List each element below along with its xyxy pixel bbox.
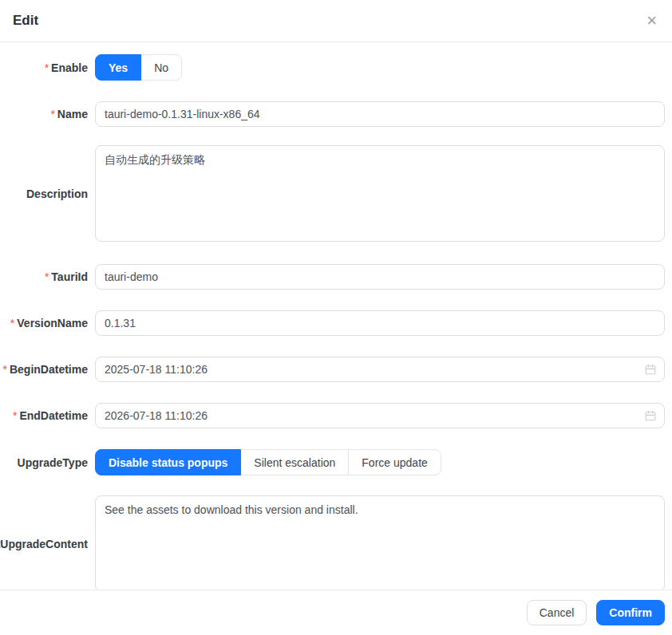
calendar-icon xyxy=(645,364,656,375)
version-name-label: * VersionName xyxy=(0,317,88,329)
form-row-tauri-id: * TauriId xyxy=(0,264,665,290)
upgrade-content-control: See the assets to download this version … xyxy=(95,495,665,590)
required-asterisk: * xyxy=(45,61,49,74)
form-row-upgrade-type: UpgradeType Disable status popups Silent… xyxy=(0,449,665,475)
description-label: Description xyxy=(0,187,88,200)
version-name-control xyxy=(95,310,665,336)
description-control: 自动生成的升级策略 xyxy=(95,145,665,242)
upgrade-content-textarea[interactable]: See the assets to download this version … xyxy=(95,495,665,590)
enable-control: Yes No xyxy=(95,54,665,81)
form-row-description: Description 自动生成的升级策略 xyxy=(0,145,665,242)
upgrade-type-option-silent-escalation[interactable]: Silent escalation xyxy=(240,449,349,475)
begin-datetime-label: * BeginDatetime xyxy=(0,363,88,376)
name-control xyxy=(95,101,665,127)
enable-option-yes[interactable]: Yes xyxy=(95,54,141,81)
modal-header: Edit × xyxy=(0,0,672,42)
enable-option-no[interactable]: No xyxy=(140,54,182,81)
version-name-input[interactable] xyxy=(95,310,665,336)
required-asterisk: * xyxy=(10,317,14,329)
tauri-id-control xyxy=(95,264,665,290)
confirm-button[interactable]: Confirm xyxy=(596,600,665,625)
required-asterisk: * xyxy=(3,363,7,376)
end-datetime-label: * EndDatetime xyxy=(0,409,88,422)
close-icon[interactable]: × xyxy=(646,12,657,30)
required-asterisk: * xyxy=(45,270,49,283)
tauri-id-input[interactable] xyxy=(95,264,665,290)
name-label: * Name xyxy=(0,108,88,120)
name-input[interactable] xyxy=(95,101,665,127)
modal-title: Edit xyxy=(13,13,38,29)
upgrade-content-label: tUpgradeContent xyxy=(0,538,88,550)
required-asterisk: * xyxy=(50,108,54,120)
begin-datetime-input[interactable] xyxy=(95,357,665,382)
form-row-end-datetime: * EndDatetime xyxy=(0,403,665,428)
name-label-text: Name xyxy=(57,108,88,120)
upgrade-type-control: Disable status popups Silent escalation … xyxy=(95,449,665,475)
upgrade-type-option-disable-status-popups[interactable]: Disable status popups xyxy=(95,449,241,475)
end-datetime-label-text: EndDatetime xyxy=(19,409,88,422)
form-row-upgrade-content: tUpgradeContent See the assets to downlo… xyxy=(0,495,665,590)
tauri-id-label-text: TauriId xyxy=(51,270,88,283)
enable-label: * Enable xyxy=(0,61,88,74)
upgrade-type-option-force-update[interactable]: Force update xyxy=(348,449,441,475)
form-row-name: * Name xyxy=(0,101,665,127)
description-textarea[interactable]: 自动生成的升级策略 xyxy=(95,145,665,242)
end-datetime-control xyxy=(95,403,665,428)
enable-label-text: Enable xyxy=(51,61,88,74)
begin-datetime-control xyxy=(95,357,665,382)
end-datetime-input[interactable] xyxy=(95,403,665,428)
upgrade-type-segmented-group: Disable status popups Silent escalation … xyxy=(95,449,441,475)
modal-body: * Enable Yes No * Name Description xyxy=(0,42,672,590)
description-label-text: Description xyxy=(26,187,88,200)
form-row-version-name: * VersionName xyxy=(0,310,665,336)
form-row-begin-datetime: * BeginDatetime xyxy=(0,357,665,382)
tauri-id-label: * TauriId xyxy=(0,270,88,283)
edit-modal: Edit × * Enable Yes No * Name xyxy=(0,0,672,635)
upgrade-type-label-text: UpgradeType xyxy=(18,456,88,469)
modal-footer: Cancel Confirm xyxy=(0,590,672,635)
form-row-enable: * Enable Yes No xyxy=(0,54,665,81)
enable-segmented-group: Yes No xyxy=(95,54,182,81)
calendar-icon xyxy=(645,410,656,421)
begin-datetime-label-text: BeginDatetime xyxy=(10,363,88,376)
version-name-label-text: VersionName xyxy=(17,317,88,329)
required-asterisk: * xyxy=(13,409,17,422)
upgrade-content-label-text: tUpgradeContent xyxy=(0,538,88,550)
upgrade-type-label: UpgradeType xyxy=(0,456,88,469)
cancel-button[interactable]: Cancel xyxy=(527,600,587,625)
